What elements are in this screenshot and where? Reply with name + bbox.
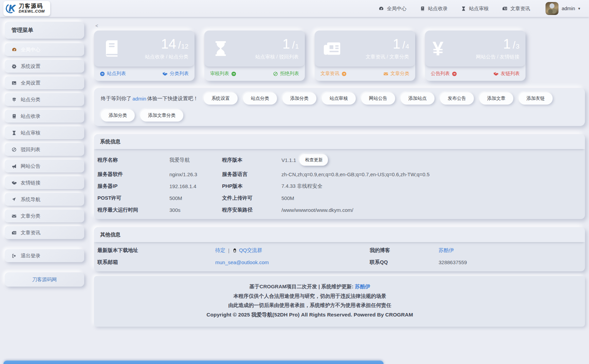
- quick-button-add-category-2[interactable]: 添加分类: [101, 109, 135, 122]
- stat-link-site-list[interactable]: 站点列表: [100, 71, 126, 77]
- topnav-item-site-review[interactable]: 站点审核: [461, 5, 489, 12]
- quick-button-add-site[interactable]: 添加站点: [401, 92, 435, 105]
- logo-k-icon: K: [6, 3, 17, 14]
- topnav-item-global-center[interactable]: 全局中心: [379, 5, 406, 12]
- sidebar-item-logout[interactable]: 退出登录: [5, 249, 84, 262]
- stat-value: 1/1: [255, 37, 299, 51]
- sidebar-collapse-toggle[interactable]: <: [95, 23, 100, 29]
- stat-link-article-news[interactable]: 文章资讯: [320, 71, 347, 77]
- stat-card-footer: 站点列表 分类列表: [94, 67, 195, 81]
- sidebar-item-label: 文章分类: [21, 213, 40, 219]
- gauge-icon: [379, 6, 384, 11]
- sidebar-item-site-category[interactable]: 站点分类: [5, 93, 84, 106]
- info-row: 联系邮箱 mun_sea@outlook.com 联系QQ 3288637559: [94, 256, 585, 268]
- footer-copyright: Copyright © 2025 我爱导航(52DH Pro) All Righ…: [94, 310, 526, 320]
- topnav-item-article-news[interactable]: 文章资讯: [502, 5, 530, 12]
- info-row: 程序名称 我爱导航 程序版本 V1.1.1 检查更新: [94, 151, 585, 168]
- sidebar-item-article-news[interactable]: 文章资讯: [5, 226, 84, 239]
- stat-card-header: 1/4 文章资讯 / 文章分类: [315, 31, 415, 67]
- sidebar-item-site-index[interactable]: 站点收录: [5, 110, 84, 123]
- sign-out-icon: [12, 253, 17, 258]
- user-menu[interactable]: admin ▾: [546, 2, 580, 15]
- quick-button-site-announcement[interactable]: 网站公告: [361, 92, 395, 105]
- stat-value: 1/3: [476, 37, 519, 51]
- sidebar-item-label: 文章资讯: [21, 230, 40, 236]
- quick-button-add-article-category[interactable]: 添加文章分类: [140, 109, 183, 122]
- topnav-label: 站点收录: [428, 5, 447, 12]
- quick-button-add-category[interactable]: 添加分类: [282, 92, 316, 105]
- ban-icon: [273, 71, 278, 76]
- topbar: K 刀客源码 DKEWL.COM 全局中心 站点收录: [0, 0, 589, 17]
- quick-setup-username: admin: [132, 96, 146, 102]
- stat-card-site-review: 1/1 站点审核 / 驳回列表 审核列表 拒绝列表: [204, 31, 305, 81]
- topnav-item-site-index[interactable]: 站点收录: [420, 5, 447, 12]
- sidebar-item-label: 全局设置: [21, 80, 40, 86]
- arrow-circle-icon: [342, 71, 347, 76]
- handshake-icon: [12, 180, 17, 185]
- quick-button-site-category[interactable]: 站点分类: [243, 92, 277, 105]
- quick-button-system-settings[interactable]: 系统设置: [204, 92, 238, 105]
- stat-link-article-category[interactable]: 文章分类: [383, 71, 409, 77]
- sidebar-item-label: 友情链接: [21, 180, 40, 186]
- topnav-label: 站点审核: [469, 5, 489, 12]
- stat-link-reject-list[interactable]: 拒绝列表: [273, 71, 299, 77]
- other-info-panel: 其他信息 最新版本下载地址 待定 | QQ交流群 我的博客 苏酷伊: [94, 227, 585, 271]
- download-pending-link[interactable]: 待定: [215, 247, 225, 254]
- topnav-label: 全局中心: [387, 5, 406, 12]
- stat-card-footer: 文章资讯 文章分类: [315, 67, 415, 81]
- info-row: 服务器IP 192.168.1.4 PHP版本 7.4.33 非线程安全: [94, 180, 585, 192]
- yen-icon: ¥: [432, 39, 443, 58]
- sidebar-item-label: 站点收录: [21, 113, 40, 120]
- stat-label: 站点收录 / 站点分类: [145, 54, 188, 60]
- stat-label: 文章资讯 / 文章分类: [366, 54, 409, 60]
- check-update-button[interactable]: 检查更新: [299, 154, 328, 166]
- page: K 刀客源码 DKEWL.COM 全局中心 站点收录: [0, 0, 589, 327]
- info-row: 程序最大运行时间 300s 程序安装路径 /www/wwwroot/www.dk…: [94, 204, 585, 216]
- sidebar-item-system-settings[interactable]: 系统设置: [5, 60, 84, 73]
- info-row: 服务器软件 nginx/1.26.3 服务器语言 zh-CN,zh;q=0.9,…: [94, 168, 585, 180]
- sidebar-item-site-announcement[interactable]: 网站公告: [5, 160, 84, 172]
- system-info-panel: 系统信息 程序名称 我爱导航 程序版本 V1.1.1 检查更新 服务器软件 ng…: [94, 134, 585, 219]
- stat-card-footer: 审核列表 拒绝列表: [204, 67, 305, 81]
- sidebar-item-label: 退出登录: [21, 253, 40, 259]
- sidebar-item-label: 全局中心: [21, 47, 40, 53]
- sidebar-item-friend-links[interactable]: 友情链接: [5, 176, 84, 189]
- sidebar-item-global-center[interactable]: 全局中心: [5, 43, 84, 56]
- other-info-title: 其他信息: [94, 227, 585, 242]
- sidebar-item-label: 系统导航: [21, 196, 40, 203]
- info-row: 最新版本下载地址 待定 | QQ交流群 我的博客 苏酷伊: [94, 244, 585, 256]
- stat-link-announcement-list[interactable]: 公告列表: [431, 71, 457, 77]
- maintainer-link[interactable]: 苏酷伊: [355, 284, 370, 289]
- sidebar-item-article-category[interactable]: 文章分类: [5, 210, 84, 222]
- stat-value: 14/12: [145, 37, 188, 51]
- stat-link-review-list[interactable]: 审核列表: [210, 71, 236, 77]
- stat-link-category-list[interactable]: 分类列表: [162, 71, 189, 77]
- arrow-circle-icon: [100, 71, 105, 76]
- quick-setup-panel: 终于等到你了 admin 体验一下快捷设置吧！ 系统设置 站点分类 添加分类 站…: [94, 88, 585, 126]
- sidebar-item-global-settings[interactable]: 全局设置: [5, 76, 84, 89]
- quick-button-site-review[interactable]: 站点审核: [322, 92, 356, 105]
- stat-label: 网站公告 / 友情链接: [476, 54, 519, 60]
- contact-email-link[interactable]: mun_sea@outlook.com: [215, 259, 269, 265]
- app-logo[interactable]: K 刀客源码 DKEWL.COM: [3, 1, 50, 16]
- avatar[interactable]: [546, 2, 558, 15]
- quick-button-add-friendlink[interactable]: 添加友链: [519, 92, 553, 105]
- quick-button-add-article[interactable]: 添加文章: [479, 92, 513, 105]
- bullhorn-icon: [12, 164, 17, 169]
- stat-card-site-index: 14/12 站点收录 / 站点分类 站点列表 分类列表: [94, 31, 195, 81]
- quick-button-publish-announcement[interactable]: 发布公告: [440, 92, 474, 105]
- book-icon: [102, 39, 121, 58]
- blog-link[interactable]: 苏酷伊: [439, 247, 454, 253]
- qq-group-link[interactable]: QQ交流群: [239, 247, 262, 254]
- program-version: V1.1.1: [281, 157, 296, 163]
- info-row: POST许可 500M 文件上传许可 500M: [94, 192, 585, 204]
- stat-link-friendlink-list[interactable]: 友链列表: [493, 71, 520, 77]
- main-content: < 14/12 站点收录 / 站点分类: [84, 22, 585, 327]
- newspaper-icon: [12, 230, 17, 235]
- gear-icon: [12, 64, 17, 69]
- sidebar-item-system-nav[interactable]: 系统导航: [5, 193, 84, 206]
- sidebar-brand-link[interactable]: 刀客源码网: [5, 272, 84, 287]
- sidebar-item-site-review[interactable]: 站点审核: [5, 126, 84, 139]
- bottom-notification-bar: [3, 361, 384, 364]
- sidebar-item-reject-list[interactable]: 驳回列表: [5, 143, 84, 156]
